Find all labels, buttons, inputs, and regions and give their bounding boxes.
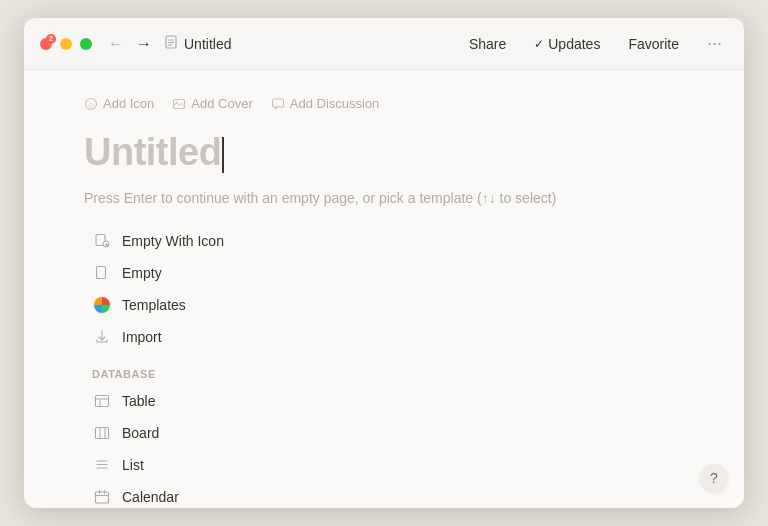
svg-rect-12 bbox=[97, 267, 106, 279]
add-icon-button[interactable]: ☺ Add Icon bbox=[84, 94, 154, 113]
empty-with-icon-item[interactable]: ★ Empty With Icon bbox=[84, 226, 684, 256]
page-content: ☺ Add Icon Add Cover Add Discussion bbox=[24, 70, 744, 508]
share-button[interactable]: Share bbox=[463, 34, 512, 54]
templates-icon bbox=[92, 295, 112, 315]
page-title-bar: Untitled bbox=[164, 35, 463, 52]
notification-badge: 2 bbox=[46, 34, 56, 44]
page-title-label: Untitled bbox=[184, 36, 231, 52]
table-icon bbox=[92, 391, 112, 411]
svg-rect-23 bbox=[96, 492, 109, 503]
svg-rect-14 bbox=[96, 396, 109, 407]
database-section-label: DATABASE bbox=[84, 368, 684, 380]
list-item[interactable]: List bbox=[84, 450, 684, 480]
traffic-lights: 2 bbox=[40, 38, 92, 50]
empty-item[interactable]: Empty bbox=[84, 258, 684, 288]
app-window: 2 ← → Untitled Share ✓ bbox=[24, 18, 744, 508]
titlebar-actions: Share ✓ Updates Favorite ··· bbox=[463, 31, 728, 56]
maximize-button[interactable] bbox=[80, 38, 92, 50]
back-button[interactable]: ← bbox=[104, 33, 128, 55]
templates-item[interactable]: Templates bbox=[84, 290, 684, 320]
updates-button[interactable]: ✓ Updates bbox=[528, 34, 606, 54]
add-cover-button[interactable]: Add Cover bbox=[172, 94, 252, 113]
close-button[interactable]: 2 bbox=[40, 38, 52, 50]
svg-text:★: ★ bbox=[104, 242, 109, 248]
list-icon bbox=[92, 455, 112, 475]
import-item[interactable]: Import bbox=[84, 322, 684, 352]
calendar-item[interactable]: Calendar bbox=[84, 482, 684, 508]
empty-with-icon-icon: ★ bbox=[92, 231, 112, 251]
titlebar: 2 ← → Untitled Share ✓ bbox=[24, 18, 744, 70]
hint-text: Press Enter to continue with an empty pa… bbox=[84, 190, 684, 206]
forward-button[interactable]: → bbox=[132, 33, 156, 55]
page-main-title[interactable]: Untitled bbox=[84, 131, 684, 174]
check-icon: ✓ bbox=[534, 37, 544, 51]
board-item[interactable]: Board bbox=[84, 418, 684, 448]
empty-icon bbox=[92, 263, 112, 283]
svg-rect-8 bbox=[272, 99, 283, 107]
table-item[interactable]: Table bbox=[84, 386, 684, 416]
page-icon bbox=[164, 35, 178, 52]
more-button[interactable]: ··· bbox=[701, 31, 728, 56]
template-menu: ★ Empty With Icon Empty bbox=[84, 226, 684, 508]
import-icon bbox=[92, 327, 112, 347]
board-icon bbox=[92, 423, 112, 443]
add-discussion-button[interactable]: Add Discussion bbox=[271, 94, 380, 113]
svg-rect-17 bbox=[96, 428, 109, 439]
minimize-button[interactable] bbox=[60, 38, 72, 50]
page-header-actions: ☺ Add Icon Add Cover Add Discussion bbox=[84, 94, 684, 113]
nav-buttons: ← → bbox=[104, 33, 156, 55]
calendar-icon bbox=[92, 487, 112, 507]
svg-text:☺: ☺ bbox=[87, 100, 95, 109]
help-button[interactable]: ? bbox=[700, 464, 728, 492]
favorite-button[interactable]: Favorite bbox=[622, 34, 685, 54]
text-cursor bbox=[222, 137, 224, 173]
